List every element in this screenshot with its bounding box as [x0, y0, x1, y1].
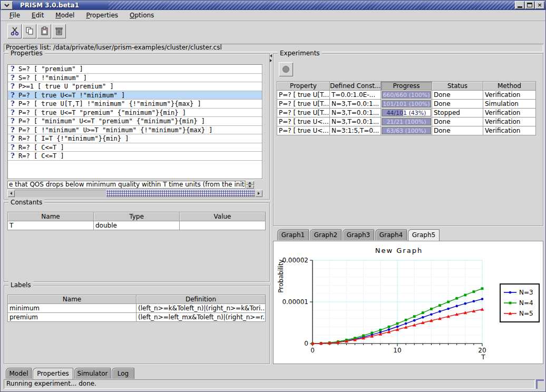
column-header[interactable]: Property: [277, 82, 330, 91]
property-row[interactable]: ?P=? [ true U[T,T] !"minimum" {!"minimum…: [8, 100, 262, 109]
resize-grip[interactable]: [536, 379, 544, 389]
tab-log[interactable]: Log: [112, 368, 134, 379]
property-text: P=? [ !"minimum" U>=T "minimum" {!"minim…: [18, 126, 212, 134]
property-row[interactable]: ?R=? [ C<=T ]: [8, 152, 262, 161]
menu-options[interactable]: Options: [125, 11, 159, 20]
column-header[interactable]: Method: [483, 82, 536, 91]
delete-button[interactable]: [52, 24, 66, 38]
property-text: P=? [ "minimum" U<=T "premium" {"minimum…: [18, 117, 205, 125]
property-row[interactable]: ?P>=1 [ true U "premium" ]: [8, 82, 262, 91]
spinner-up-button[interactable]: [246, 181, 254, 185]
paste-button[interactable]: [37, 24, 51, 38]
spinner-down-button[interactable]: [246, 185, 254, 189]
table-cell[interactable]: P=? [ true U<...: [277, 117, 330, 126]
properties-list[interactable]: ?S=? [ "premium" ] ?S=? [ !"minimum" ] ?…: [7, 64, 262, 179]
table-cell[interactable]: T=0.0:1.0E-...: [330, 91, 381, 100]
scrollbar-thumb[interactable]: [106, 190, 255, 197]
table-cell[interactable]: Done: [432, 117, 483, 126]
column-header[interactable]: Name: [8, 212, 94, 221]
tab-graph4[interactable]: Graph4: [375, 229, 407, 240]
table-cell[interactable]: minimum: [8, 304, 136, 313]
legend-item: N=3: [503, 287, 537, 298]
table-cell[interactable]: Done: [432, 91, 483, 100]
table-cell[interactable]: Verification: [483, 126, 536, 135]
tab-graph5[interactable]: Graph5: [408, 229, 440, 241]
column-header[interactable]: Value: [180, 212, 266, 221]
table-cell[interactable]: N=3,T=0.0:1...: [330, 117, 381, 126]
legend-item: N=4: [503, 298, 537, 308]
property-row[interactable]: ?P=? [ !"minimum" U>=T "minimum" {!"mini…: [8, 126, 262, 135]
property-text: S=? [ !"minimum" ]: [18, 74, 87, 82]
table-cell[interactable]: P=? [ true U[T...: [277, 91, 330, 100]
property-row[interactable]: ?R=? [ I=T {!"minimum"}{min} ]: [8, 134, 262, 143]
column-header[interactable]: Type: [94, 212, 180, 221]
scroll-right-button[interactable]: [255, 190, 262, 197]
tab-simulator[interactable]: Simulator: [74, 368, 111, 379]
property-row[interactable]: ?P=? [ true U<=T "premium" {"minimum"}{m…: [8, 109, 262, 117]
property-comment-field[interactable]: e that QOS drops below minimum quality w…: [7, 181, 246, 189]
table-cell[interactable]: Simulation: [483, 100, 536, 109]
column-header[interactable]: Status: [432, 82, 483, 91]
property-row[interactable]: ?R=? [ C<=T ]: [8, 143, 262, 152]
tab-graph1[interactable]: Graph1: [277, 229, 309, 240]
labels-group: Labels Name Definition minimum (left_n>=…: [4, 285, 270, 364]
table-cell[interactable]: N=3:1:5,T=0...: [330, 126, 381, 135]
property-row[interactable]: ?S=? [ !"minimum" ]: [8, 74, 262, 83]
chart-ylabel: Probability: [277, 259, 285, 292]
properties-list-path: Properties list: /data/private/luser/pri…: [4, 44, 543, 52]
table-cell[interactable]: P=? [ true U<...: [277, 126, 330, 135]
collapse-left-icon[interactable]: [270, 54, 272, 57]
column-header[interactable]: Progress: [381, 82, 432, 91]
title-bar[interactable]: PRISM 3.0.beta1 ×: [1, 1, 545, 10]
svg-text:0.00001: 0.00001: [282, 298, 308, 306]
properties-horizontal-scrollbar[interactable]: [7, 190, 262, 197]
stop-experiment-button[interactable]: [279, 62, 293, 76]
table-cell[interactable]: (left_n>=left_mx&Toleft_n)|(right_n>=r..…: [136, 313, 266, 322]
table-cell[interactable]: [180, 221, 266, 230]
table-cell[interactable]: Verification: [483, 117, 536, 126]
table-cell[interactable]: T: [8, 221, 94, 230]
collapse-right-icon[interactable]: [270, 59, 272, 62]
tab-properties[interactable]: Properties: [33, 368, 73, 379]
table-cell[interactable]: Done: [432, 100, 483, 109]
column-header[interactable]: Defined Const...: [330, 82, 381, 91]
scrollbar-track[interactable]: [15, 190, 255, 197]
scroll-left-button[interactable]: [7, 190, 15, 197]
comment-spinner[interactable]: [246, 181, 254, 189]
property-row[interactable]: ?P=? [ "minimum" U<=T "premium" {"minimu…: [8, 117, 262, 126]
menu-model[interactable]: Model: [51, 11, 79, 20]
table-cell[interactable]: P=? [ true U[T...: [277, 100, 330, 109]
question-icon: ?: [11, 74, 15, 82]
table-cell[interactable]: Done: [432, 126, 483, 135]
legend-swatch: [503, 310, 518, 317]
menu-edit[interactable]: Edit: [27, 11, 48, 20]
properties-group: Properties ?S=? [ "premium" ] ?S=? [ !"m…: [4, 53, 270, 200]
tab-graph2[interactable]: Graph2: [310, 229, 342, 240]
minimize-button[interactable]: [515, 1, 524, 9]
maximize-button[interactable]: [525, 1, 534, 9]
table-cell[interactable]: N=3,T=0.0:1...: [330, 100, 381, 109]
table-cell[interactable]: Verification: [483, 91, 536, 100]
table-cell[interactable]: P=? [ true U[T...: [277, 109, 330, 117]
cut-button[interactable]: [7, 24, 22, 38]
menu-file[interactable]: File: [5, 11, 25, 20]
close-button[interactable]: ×: [535, 1, 544, 9]
table-cell[interactable]: N=3,T=0.0:1...: [330, 109, 381, 117]
table-cell[interactable]: premium: [8, 313, 136, 322]
column-header[interactable]: Definition: [136, 295, 266, 304]
property-row-selected[interactable]: ?P=? [ true U<=T !"minimum" ]: [8, 91, 262, 100]
copy-button[interactable]: [22, 24, 36, 38]
table-cell[interactable]: Verification: [483, 109, 536, 117]
table-cell[interactable]: (left_n>=k&Toleft_n)|(right_n>=k&Tori...: [136, 304, 266, 313]
tab-model[interactable]: Model: [6, 368, 32, 379]
chart-legend: N=3 N=4 N=5: [500, 283, 540, 322]
window-menu-button[interactable]: [1, 1, 13, 9]
column-header[interactable]: Name: [8, 295, 136, 304]
table-cell[interactable]: double: [94, 221, 180, 230]
property-row[interactable]: ?S=? [ "premium" ]: [8, 65, 262, 74]
tab-graph3[interactable]: Graph3: [343, 229, 374, 240]
split-divider[interactable]: [269, 53, 273, 364]
property-text: P=? [ true U<=T !"minimum" ]: [18, 92, 125, 99]
menu-properties[interactable]: Properties: [81, 11, 123, 20]
table-cell[interactable]: Stopped: [432, 109, 483, 117]
